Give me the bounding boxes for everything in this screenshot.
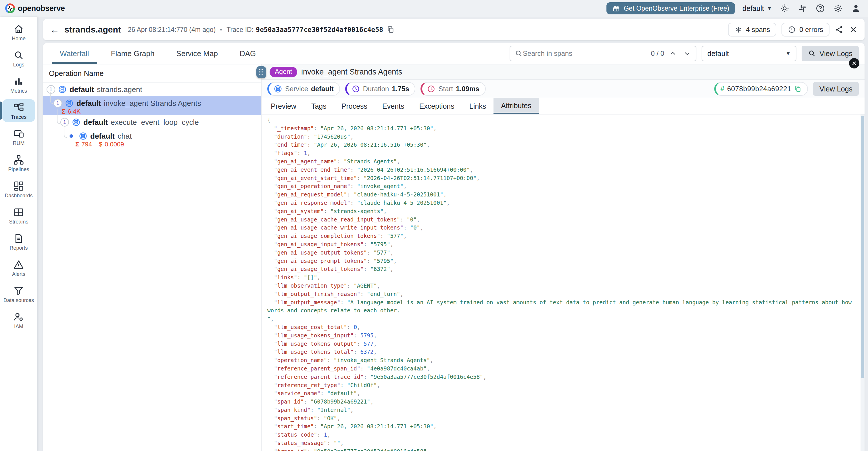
search-icon [515, 50, 523, 58]
attribute-line: "status_code": 1, [267, 431, 856, 439]
chevron-up-icon[interactable] [668, 48, 678, 59]
sidebar-item-label: Metrics [10, 88, 27, 94]
view-toolbar: WaterfallFlame GraphService MapDAG 0 / 0… [43, 43, 865, 64]
duration-chip: Duration 1.75s [345, 82, 415, 96]
sidebar-item-dashboards[interactable]: Dashboards [2, 178, 35, 200]
close-icon[interactable] [849, 58, 859, 68]
sidebar-item-streams[interactable]: Streams [2, 204, 35, 227]
brand[interactable]: openobserve [5, 3, 65, 13]
attribute-line: "span_status": "OK", [267, 415, 856, 423]
attribute-line: "llm_usage_tokens_output": 577, [267, 340, 856, 348]
attribute-line: "operation_name": "invoke_agent Strands … [267, 356, 856, 365]
attribute-line: "gen_ai_system": "strands-agents", [267, 207, 856, 216]
divider [680, 49, 680, 58]
cost-value: 0.0009 [104, 141, 124, 148]
sidebar-item-alerts[interactable]: Alerts [2, 256, 35, 279]
sidebar-item-label: Pipelines [8, 167, 29, 173]
tab-events[interactable]: Events [375, 98, 411, 114]
service-icon [79, 132, 87, 140]
sidebar-item-rum[interactable]: RUM [2, 125, 35, 148]
span-tree-row[interactable]: 1 default execute_event_loop_cycle [43, 115, 261, 129]
sidebar-item-metrics[interactable]: Metrics [2, 73, 35, 96]
search-input[interactable] [523, 50, 648, 58]
clock-icon [351, 85, 360, 93]
service-name: default [83, 118, 108, 127]
attribute-line: "gen_ai_event_end_time": "2026-04-26T02:… [267, 166, 856, 174]
close-icon[interactable] [849, 25, 858, 34]
json-open-brace: { [267, 116, 856, 124]
tab-process[interactable]: Process [334, 98, 375, 114]
attribute-line: "reference_parent_span_id": "4e0a987dc40… [267, 365, 856, 373]
tab-waterfall[interactable]: Waterfall [49, 43, 100, 64]
attribute-line: "span_kind": "Internal", [267, 406, 856, 415]
chevron-down-icon[interactable] [682, 48, 692, 59]
view-logs-button[interactable]: View Logs [802, 46, 859, 61]
span-tree-row[interactable]: 1 default invoke_agent Strands Agents Σ … [43, 96, 261, 115]
tab-attributes[interactable]: Attributes [494, 98, 539, 114]
stream-selector[interactable]: default ▼ [702, 46, 797, 61]
account-icon[interactable] [851, 3, 861, 13]
sidebar-item-label: RUM [13, 140, 25, 146]
sidebar-item-traces[interactable]: Traces [2, 99, 35, 122]
span-view-logs-button[interactable]: View Logs [813, 82, 859, 96]
operation-name: chat [118, 132, 132, 141]
trace-view-card: WaterfallFlame GraphService MapDAG 0 / 0… [43, 43, 865, 451]
theme-icon[interactable] [779, 3, 790, 13]
service-chip: Service default [267, 82, 340, 96]
copy-icon[interactable] [794, 85, 802, 93]
tab-service-map[interactable]: Service Map [165, 43, 229, 64]
back-icon[interactable]: ← [50, 24, 59, 35]
attribute-line: "links": "[]", [267, 274, 856, 282]
tab-dag[interactable]: DAG [229, 43, 267, 64]
settings-icon[interactable] [833, 3, 843, 13]
child-count-badge[interactable]: 1 [54, 99, 62, 108]
tab-tags[interactable]: Tags [304, 98, 334, 114]
help-icon[interactable] [815, 3, 826, 13]
scrollbar[interactable] [861, 114, 865, 451]
span-title: invoke_agent Strands Agents [301, 67, 402, 77]
drag-handle-icon[interactable] [256, 66, 266, 78]
enterprise-button[interactable]: Get OpenObserve Enterprise (Free) [607, 2, 735, 15]
sidebar-item-label: Data sources [3, 298, 34, 304]
span-detail-tabs: PreviewTagsProcessEventsExceptionsLinksA… [261, 98, 865, 114]
sidebar-item-pipelines[interactable]: Pipelines [2, 151, 35, 174]
operation-name: invoke_agent Strands Agents [104, 99, 201, 108]
child-count-badge[interactable]: 1 [60, 118, 69, 126]
sidebar-item-iam[interactable]: IAM [2, 309, 35, 331]
sidebar-item-reports[interactable]: Reports [2, 230, 35, 253]
view-tabs: WaterfallFlame GraphService MapDAG [49, 43, 267, 64]
tab-exceptions[interactable]: Exceptions [411, 98, 462, 114]
attribute-line: "flags": 1, [267, 149, 856, 158]
org-selector[interactable]: default ▼ [742, 4, 772, 13]
start-chip: Start 1.09ms [421, 82, 486, 96]
hierarchy-icon [13, 154, 24, 165]
bar-chart-icon [13, 76, 24, 87]
user-gear-icon [13, 311, 24, 322]
copy-icon[interactable] [386, 26, 395, 34]
sidebar-item-label: Reports [9, 245, 28, 251]
sidebar-item-logs[interactable]: Logs [2, 47, 35, 69]
tab-flame-graph[interactable]: Flame Graph [100, 43, 165, 64]
attribute-line: "service_name": "default", [267, 390, 856, 398]
share-icon[interactable] [835, 25, 844, 34]
tab-links[interactable]: Links [462, 98, 494, 114]
slack-icon[interactable] [797, 3, 808, 13]
span-tree-panel: Operation Name 1 default strands.agent 1 [43, 64, 261, 451]
attribute-line: "gen_ai_request_model": "claude-haiku-4-… [267, 191, 856, 199]
tokens-icon: Σ [75, 141, 79, 148]
scrollbar-thumb[interactable] [861, 116, 864, 378]
token-count: 6.4K [67, 108, 81, 115]
trace-title: strands.agent [64, 25, 121, 34]
span-tree-row[interactable]: 1 default strands.agent [43, 83, 261, 96]
span-tree-row[interactable]: default chat Σ 794 $ 0.0009 [43, 129, 261, 148]
sidebar-item-home[interactable]: Home [2, 21, 35, 44]
attribute-line: "span_id": "6078b99b24a69221", [267, 398, 856, 406]
span-search-box: 0 / 0 [509, 46, 696, 61]
tab-preview[interactable]: Preview [263, 98, 304, 114]
sidebar-item-data-sources[interactable]: Data sources [2, 282, 35, 305]
sidebar-item-label: IAM [14, 323, 23, 330]
attribute-line: "trace_id": "9e50a3aa5777ce30f52d4af0016… [267, 448, 856, 451]
attribute-line: "llm_observation_type": "AGENT", [267, 282, 856, 290]
token-count: 794 [81, 141, 92, 148]
chevron-down-icon: ▼ [767, 5, 772, 11]
